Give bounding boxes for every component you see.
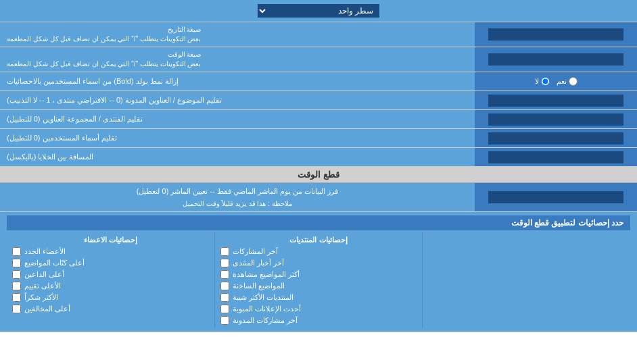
bold-remove-row: نعم لا إزالة نمط بولد (Bold) من اسماء ال… [0, 72, 637, 91]
checkbox-member-2[interactable] [12, 270, 21, 279]
members-col-title: إحصائيات الاعضاء [12, 234, 209, 246]
checkbox-item: الأعضاء الجدد [12, 246, 209, 257]
topic-order-label: تقليم الموضوع / العناوين المدونة (0 -- ا… [0, 91, 475, 109]
radio-no-label[interactable]: لا [535, 77, 550, 86]
bold-remove-label: إزالة نمط بولد (Bold) من اسماء المستخدمي… [0, 72, 475, 90]
section-header-cell: قطع الوقت [0, 167, 637, 182]
col-space-row: 2 المسافة بين الخلايا (بالبكسل) [0, 148, 637, 167]
forum-order-input-cell: 33 [475, 110, 637, 128]
topic-order-input-cell: 33 [475, 91, 637, 109]
display-mode-select[interactable]: سطر واحدسطرينثلاثة أسطر [258, 4, 379, 18]
date-format-input-cell: d-m [475, 22, 637, 47]
user-trim-row: 0 تقليم أسماء المستخدمين (0 للتطبيل) [0, 129, 637, 148]
checkbox-item: المنتديات الأكثر شيبة [220, 292, 417, 303]
forum-col-title: إحصائيات المنتديات [220, 234, 417, 246]
checkbox-col-empty [422, 232, 630, 328]
time-format-row: H:i صيغة الوقت بعض التكوينات يتطلب "/" ا… [0, 47, 637, 72]
checkbox-member-3[interactable] [12, 282, 21, 290]
radio-no[interactable] [541, 77, 550, 86]
checkbox-item: الأعلى تقييم [12, 280, 209, 292]
checkbox-col-forum: إحصائيات المنتديات آخر المشاركات آخر أخب… [214, 232, 423, 328]
page-wrapper: سطر واحدسطرينثلاثة أسطر d-m صيغة التاريخ… [0, 0, 637, 332]
checkbox-member-0[interactable] [12, 247, 21, 256]
checkbox-forum-0[interactable] [220, 247, 229, 256]
forum-order-label: تقليم الفنتدى / المجموعة العناوين (0 للت… [0, 110, 475, 128]
topic-order-input[interactable]: 33 [488, 95, 623, 107]
section-header-row: قطع الوقت [0, 167, 637, 183]
date-format-input[interactable]: d-m [488, 28, 623, 41]
radio-yes-label[interactable]: نعم [557, 77, 577, 86]
topic-order-row: 33 تقليم الموضوع / العناوين المدونة (0 -… [0, 91, 637, 110]
time-format-label: صيغة الوقت بعض التكوينات يتطلب "/" التي … [0, 47, 475, 72]
sort-input[interactable]: 0 [488, 191, 623, 203]
checkbox-forum-4[interactable] [220, 293, 229, 302]
checkbox-forum-2[interactable] [220, 270, 229, 279]
radio-yes[interactable] [569, 77, 577, 86]
checkbox-item: آخر أخبار المنتدى [220, 257, 417, 269]
time-format-input[interactable]: H:i [488, 53, 623, 66]
checkbox-section-header: حدد إحصائيات لتطبيق قطع الوقت [7, 215, 630, 230]
checkbox-col-members: إحصائيات الاعضاء الأعضاء الجدد أعلى كتّا… [7, 232, 214, 328]
checkbox-item: أعلى كتّاب المواضيع [12, 257, 209, 269]
display-mode-cell: سطر واحدسطرينثلاثة أسطر [237, 2, 400, 20]
checkbox-item: أعلى الداعين [12, 269, 209, 280]
col-space-input-cell: 2 [475, 148, 637, 166]
checkbox-forum-3[interactable] [220, 282, 229, 290]
checkbox-item: أعلى المخالفين [12, 303, 209, 315]
checkbox-item: آخر المشاركات [220, 246, 417, 257]
checkbox-member-5[interactable] [12, 305, 21, 313]
date-format-label: صيغة التاريخ بعض التكوينات يتطلب "/" الت… [0, 22, 475, 47]
date-format-row: d-m صيغة التاريخ بعض التكوينات يتطلب "/"… [0, 22, 637, 47]
checkbox-forum-1[interactable] [220, 259, 229, 267]
time-format-input-cell: H:i [475, 47, 637, 72]
checkbox-member-1[interactable] [12, 259, 21, 267]
forum-order-row: 33 تقليم الفنتدى / المجموعة العناوين (0 … [0, 110, 637, 129]
sort-input-cell: 0 [475, 183, 637, 211]
bold-radio-cell: نعم لا [475, 72, 637, 90]
checkbox-forum-6[interactable] [220, 316, 229, 325]
user-trim-input-cell: 0 [475, 129, 637, 147]
checkbox-section: حدد إحصائيات لتطبيق قطع الوقت إحصائيات ا… [0, 212, 637, 332]
checkbox-member-4[interactable] [12, 293, 21, 302]
col-space-input[interactable]: 2 [488, 151, 623, 163]
forum-order-input[interactable]: 33 [488, 113, 623, 126]
checkbox-item: آخر مشاركات المدونة [220, 315, 417, 326]
checkbox-columns: إحصائيات المنتديات آخر المشاركات آخر أخب… [7, 232, 630, 328]
top-row: سطر واحدسطرينثلاثة أسطر [0, 0, 637, 22]
user-trim-label: تقليم أسماء المستخدمين (0 للتطبيل) [0, 129, 475, 147]
checkbox-forum-5[interactable] [220, 305, 229, 313]
user-trim-input[interactable]: 0 [488, 132, 623, 145]
checkbox-item: المواضيع الساخنة [220, 280, 417, 292]
col-space-label: المسافة بين الخلايا (بالبكسل) [0, 148, 475, 166]
checkbox-item: أكثر المواضيع مشاهدة [220, 269, 417, 280]
sort-row: 0 فرز البيانات من يوم الماشر الماضي فقط … [0, 183, 637, 212]
sort-label: فرز البيانات من يوم الماشر الماضي فقط --… [0, 183, 475, 211]
checkbox-item: أحدث الإعلانات المبوبة [220, 303, 417, 315]
checkbox-item: الأكثر شكراً [12, 292, 209, 303]
